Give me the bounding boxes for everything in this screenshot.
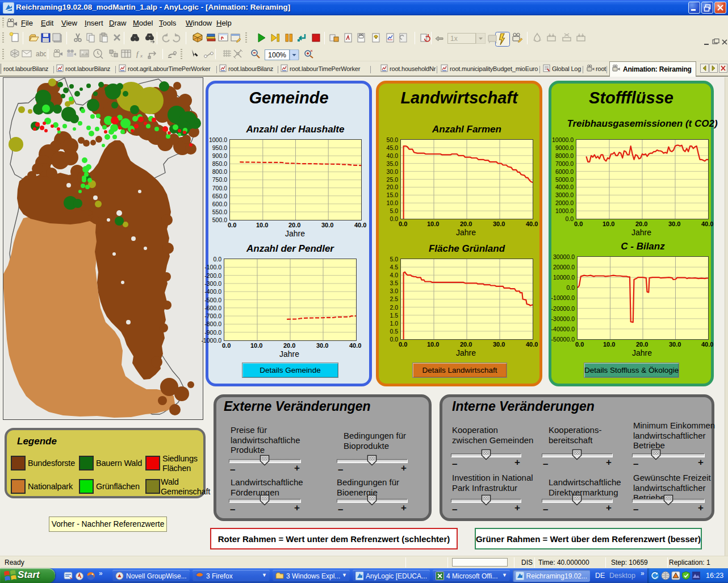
svg-text:f: f	[136, 49, 140, 58]
svg-text:x: x	[140, 53, 143, 59]
svg-text:abc: abc	[36, 50, 46, 58]
